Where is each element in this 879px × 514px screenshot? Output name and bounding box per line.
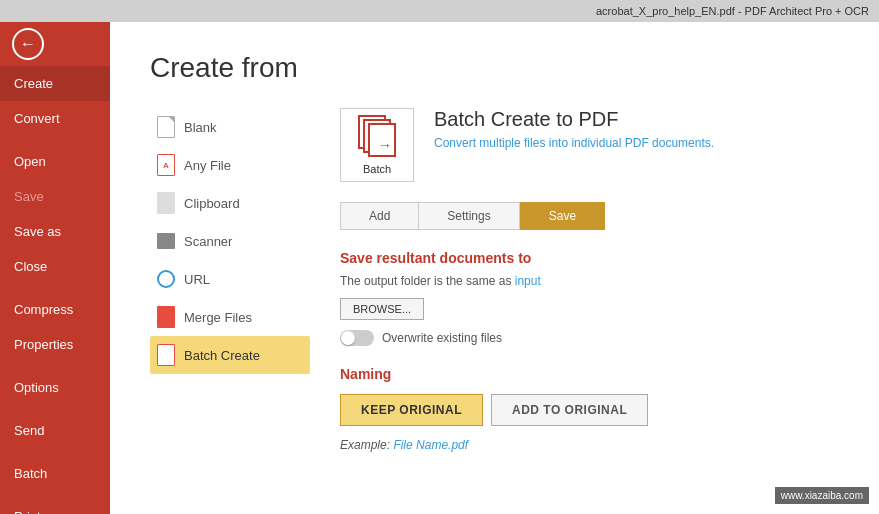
content-area: Create from Blank Any File [110,22,879,514]
sidebar-item-properties[interactable]: Properties [0,327,110,362]
file-list-item-batch-create[interactable]: Batch Create [150,336,310,374]
app-container: ← Create Convert Open Save Save as Close… [0,22,879,514]
add-to-original-button[interactable]: ADD TO ORIGINAL [491,394,648,426]
batch-card-subtitle: Convert multiple files into individual P… [434,136,714,150]
file-list-panel: Blank Any File Clipboard [150,108,839,452]
keep-original-button[interactable]: KEEP ORIGINAL [340,394,483,426]
sidebar-item-convert[interactable]: Convert [0,101,110,136]
example-text: Example: File Name.pdf [340,438,839,452]
anyfile-icon [156,153,176,177]
batch-create-icon [156,343,176,367]
batch-card: → Batch Batch Create to PDF Convert mult… [340,108,839,182]
example-prefix: Example: [340,438,390,452]
save-desc-text: The output folder is the same as [340,274,515,288]
batch-icon-label: Batch [363,163,391,175]
sidebar-item-options[interactable]: Options [0,370,110,405]
batch-icon-inner: → [358,115,396,159]
sidebar-item-compress[interactable]: Compress [0,292,110,327]
sidebar-item-open[interactable]: Open [0,144,110,179]
merge-icon [156,305,176,329]
save-section-desc: The output folder is the same as input [340,274,839,288]
overwrite-toggle[interactable] [340,330,374,346]
file-list-item-url[interactable]: URL [150,260,310,298]
file-list-item-anyfile[interactable]: Any File [150,146,310,184]
tab-settings[interactable]: Settings [418,202,519,230]
naming-buttons: KEEP ORIGINAL ADD TO ORIGINAL [340,394,839,426]
title-bar-text: acrobat_X_pro_help_EN.pdf - PDF Architec… [596,5,869,17]
toggle-row: Overwrite existing files [340,330,839,346]
file-list-item-merge[interactable]: Merge Files [150,298,310,336]
watermark: www.xiazaiba.com [775,487,869,504]
sidebar-item-batch[interactable]: Batch [0,456,110,491]
browse-button[interactable]: BROWSE... [340,298,424,320]
sidebar-item-save: Save [0,179,110,214]
save-section-title: Save resultant documents to [340,250,839,266]
file-list: Blank Any File Clipboard [150,108,310,452]
sidebar-item-create[interactable]: Create [0,66,110,101]
file-list-item-clipboard[interactable]: Clipboard [150,184,310,222]
sidebar-item-save-as[interactable]: Save as [0,214,110,249]
example-filename: File Name.pdf [393,438,468,452]
back-circle-icon: ← [12,28,44,60]
detail-panel: → Batch Batch Create to PDF Convert mult… [340,108,839,452]
naming-title: Naming [340,366,839,382]
sidebar: ← Create Convert Open Save Save as Close… [0,22,110,514]
batch-icon-box: → Batch [340,108,414,182]
save-desc-link: input [515,274,541,288]
url-icon [156,267,176,291]
file-list-item-blank[interactable]: Blank [150,108,310,146]
title-bar: acrobat_X_pro_help_EN.pdf - PDF Architec… [0,0,879,22]
blank-icon [156,115,176,139]
overwrite-label: Overwrite existing files [382,331,502,345]
sidebar-item-send[interactable]: Send [0,413,110,448]
scanner-icon [156,229,176,253]
file-list-item-scanner[interactable]: Scanner [150,222,310,260]
subtitle-text: Convert multiple files into individual P… [434,136,714,150]
tab-save[interactable]: Save [520,202,605,230]
tab-add[interactable]: Add [340,202,418,230]
batch-card-text: Batch Create to PDF Convert multiple fil… [434,108,714,150]
sidebar-item-print[interactable]: Print [0,499,110,514]
tab-bar: Add Settings Save [340,202,839,230]
page-title: Create from [150,52,839,84]
clipboard-icon [156,191,176,215]
batch-card-title: Batch Create to PDF [434,108,714,131]
sidebar-item-close[interactable]: Close [0,249,110,284]
back-button[interactable]: ← [8,28,48,60]
batch-page-3: → [368,123,396,157]
